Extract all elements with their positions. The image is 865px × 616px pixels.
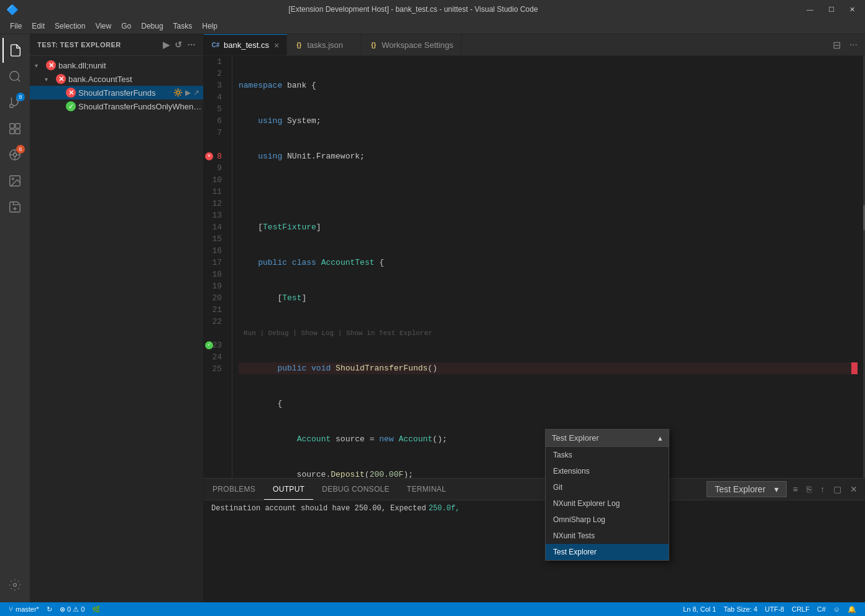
output-channel-selector[interactable]: Test Explorer ▾ bbox=[707, 481, 787, 497]
line-14: 14 bbox=[204, 221, 227, 233]
svg-line-1 bbox=[17, 79, 20, 81]
output-dropdown: Test Explorer ▴ Tasks Extensions Git NXu… bbox=[545, 429, 669, 561]
debug-test-icon[interactable]: 🔆 bbox=[173, 88, 183, 97]
tab-output[interactable]: OUTPUT bbox=[264, 479, 313, 500]
more-actions-button[interactable]: ··· bbox=[188, 40, 196, 50]
sidebar-header: TEST: TEST EXPLORER ▶ ↺ ··· bbox=[30, 34, 203, 56]
tab-size[interactable]: Tab Size: 4 bbox=[720, 605, 761, 613]
code-editor[interactable]: 1 2 3 4 5 6 7 ✕ 8 9 10 11 12 13 14 15 16 bbox=[204, 56, 865, 478]
svg-rect-8 bbox=[16, 129, 20, 134]
dropdown-item-nxunit-log[interactable]: NXunit Explorer Log bbox=[546, 495, 669, 512]
tree-item-bank-dll[interactable]: ▾ ✕ bank.dll;nunit bbox=[30, 58, 203, 72]
git-branch-status[interactable]: ⑂ master* bbox=[5, 602, 43, 616]
activity-extensions[interactable] bbox=[2, 116, 27, 141]
tab-icon-settings: {} bbox=[369, 40, 378, 49]
activity-files[interactable] bbox=[2, 38, 27, 63]
dropdown-item-tasks[interactable]: Tasks bbox=[546, 447, 669, 463]
menu-file[interactable]: File bbox=[5, 20, 27, 32]
tab-label: bank_test.cs bbox=[224, 40, 269, 50]
panel-content: Destination account should have 250.00, … bbox=[204, 500, 865, 602]
cursor-position[interactable]: Ln 8, Col 1 bbox=[679, 605, 720, 613]
run-test-icon[interactable]: ▶ bbox=[185, 88, 191, 97]
minimize-button[interactable]: — bbox=[803, 4, 817, 15]
dropdown-item-git[interactable]: Git bbox=[546, 479, 669, 495]
line-ending[interactable]: CRLF bbox=[788, 605, 813, 613]
editor-scrollbar[interactable] bbox=[858, 56, 865, 478]
code-content[interactable]: namespace bank { using System; using NUn… bbox=[232, 56, 858, 478]
scroll-up-button[interactable]: ↑ bbox=[818, 483, 827, 495]
dropdown-item-test-explorer[interactable]: Test Explorer bbox=[546, 544, 669, 560]
dropdown-arrow: ▴ bbox=[658, 433, 662, 443]
line-17: 17 bbox=[204, 257, 227, 269]
leaf-status[interactable]: 🌿 bbox=[88, 602, 104, 616]
tree-item-accounttest[interactable]: ▾ ✕ bank.AccountTest bbox=[30, 72, 203, 86]
split-editor-button[interactable]: ⊟ bbox=[830, 37, 843, 53]
activity-debug[interactable]: 6 bbox=[2, 142, 27, 167]
tab-label: Workspace Settings bbox=[382, 40, 453, 50]
close-panel-button[interactable]: ✕ bbox=[848, 483, 860, 495]
menu-view[interactable]: View bbox=[90, 20, 116, 32]
refresh-tests-button[interactable]: ↺ bbox=[175, 40, 183, 50]
output-selector-label: Test Explorer bbox=[712, 483, 768, 495]
window-controls: — ☐ ✕ bbox=[803, 4, 859, 15]
line-numbers: 1 2 3 4 5 6 7 ✕ 8 9 10 11 12 13 14 15 16 bbox=[204, 56, 232, 478]
line-3: 3 bbox=[204, 80, 227, 91]
dropdown-item-omnisharp[interactable]: OmniSharp Log bbox=[546, 512, 669, 528]
tab-close-button[interactable]: × bbox=[274, 41, 279, 50]
menu-edit[interactable]: Edit bbox=[27, 20, 50, 32]
item-actions: 🔆 ▶ ↗ bbox=[173, 88, 199, 97]
line-4: 4 bbox=[204, 91, 227, 103]
tree-item-should-transfer-funds[interactable]: ✕ ShouldTransferFunds 🔆 ▶ ↗ bbox=[30, 86, 203, 99]
title-bar: 🔷 [Extension Development Host] - bank_te… bbox=[0, 0, 865, 19]
tab-problems[interactable]: PROBLEMS bbox=[204, 479, 264, 500]
run-all-tests-button[interactable]: ▶ bbox=[163, 40, 170, 50]
tab-tasks-json[interactable]: {} tasks.json bbox=[287, 34, 362, 55]
tab-workspace-settings[interactable]: {} Workspace Settings bbox=[362, 34, 461, 55]
line-7: 7 bbox=[204, 127, 227, 139]
activity-search[interactable] bbox=[2, 64, 27, 89]
feedback-icon: ☺ bbox=[833, 605, 840, 613]
line-20: 20 bbox=[204, 292, 227, 304]
language-mode[interactable]: C# bbox=[813, 605, 830, 613]
line-11: 11 bbox=[204, 186, 227, 198]
line-19: 19 bbox=[204, 280, 227, 292]
tab-debug-console[interactable]: DEBUG CONSOLE bbox=[313, 479, 398, 500]
error-status-icon: ✕ bbox=[56, 74, 66, 84]
code-line-6: public class AccountTest { bbox=[239, 257, 858, 269]
errors-status[interactable]: ⊗ 0 ⚠ 0 bbox=[56, 602, 88, 616]
settings-icon[interactable] bbox=[2, 572, 27, 597]
menu-selection[interactable]: Selection bbox=[50, 20, 90, 32]
line-ending-text: CRLF bbox=[792, 605, 810, 613]
error-status-icon: ✕ bbox=[46, 60, 56, 70]
menu-go[interactable]: Go bbox=[116, 20, 136, 32]
activity-source-control[interactable]: 8 bbox=[2, 90, 27, 115]
dropdown-item-nxunit-tests[interactable]: NXunit Tests bbox=[546, 528, 669, 544]
tree-item-should-transfer-funds-only[interactable]: ✓ ShouldTransferFundsOnlyWhenH... bbox=[30, 99, 203, 113]
tab-bank-test[interactable]: C# bank_test.cs × bbox=[204, 34, 287, 55]
tab-size-text: Tab Size: 4 bbox=[723, 605, 757, 613]
activity-test[interactable] bbox=[2, 195, 27, 219]
more-tabs-button[interactable]: ··· bbox=[847, 37, 860, 53]
menu-debug[interactable]: Debug bbox=[136, 20, 168, 32]
encoding-text: UTF-8 bbox=[765, 605, 784, 613]
close-button[interactable]: ✕ bbox=[846, 4, 859, 15]
activity-images[interactable] bbox=[2, 168, 27, 193]
encoding[interactable]: UTF-8 bbox=[761, 605, 788, 613]
svg-point-4 bbox=[10, 104, 14, 108]
maximize-panel-button[interactable]: ▢ bbox=[831, 483, 844, 495]
line-16: 16 bbox=[204, 245, 227, 257]
position-text: Ln 8, Col 1 bbox=[683, 605, 716, 613]
menu-help[interactable]: Help bbox=[197, 20, 222, 32]
sync-status[interactable]: ↻ bbox=[43, 602, 56, 616]
tab-terminal[interactable]: TERMINAL bbox=[398, 479, 455, 500]
window-title: [Extension Development Host] - bank_test… bbox=[24, 5, 803, 14]
dropdown-item-extensions[interactable]: Extensions bbox=[546, 463, 669, 479]
tab-label: tasks.json bbox=[307, 40, 343, 50]
clear-output-button[interactable]: ≡ bbox=[790, 483, 800, 495]
maximize-button[interactable]: ☐ bbox=[825, 4, 838, 15]
feedback-button[interactable]: ☺ bbox=[830, 605, 844, 613]
copy-button[interactable]: ⎘ bbox=[804, 483, 814, 495]
open-test-icon[interactable]: ↗ bbox=[193, 88, 199, 97]
menu-tasks[interactable]: Tasks bbox=[168, 20, 198, 32]
notifications-button[interactable]: 🔔 bbox=[844, 605, 860, 614]
